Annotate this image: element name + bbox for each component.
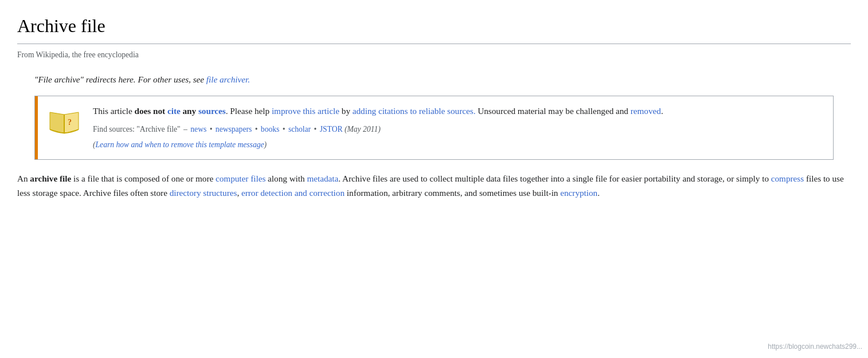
notice-bold-does-not: does not [135, 106, 167, 116]
learn-paren-close: ) [264, 140, 267, 149]
notice-content: This article does not cite any sources. … [91, 96, 833, 159]
archive-file-bold: archive file [30, 174, 71, 183]
article-information: information, arbitrary comments, and som… [345, 188, 560, 198]
notice-please-help: . Please help [226, 106, 272, 116]
article-along-with: along with [265, 174, 307, 183]
article-used-to: . Archive files are used to collect mult… [338, 174, 771, 183]
notice-main-paragraph: This article does not cite any sources. … [93, 104, 824, 118]
svg-text:?: ? [68, 118, 72, 127]
removed-link[interactable]: removed [631, 106, 661, 116]
from-wikipedia-label: From Wikipedia, the free encyclopedia [17, 49, 851, 61]
sources-link[interactable]: sources [198, 106, 226, 116]
computer-files-link[interactable]: computer files [216, 174, 265, 183]
dash-separator: – [183, 125, 189, 133]
notice-unsourced: Unsourced material may be challenged and [475, 106, 630, 116]
learn-how-paragraph: (Learn how and when to remove this templ… [93, 139, 824, 151]
date-text: (May 2011) [345, 125, 381, 133]
archive-file-quoted: "Archive file" [136, 125, 180, 133]
article-paragraph: An archive file is a file that is compos… [17, 171, 851, 200]
notice-text-start: This article [93, 106, 135, 116]
article-period: . [597, 188, 600, 198]
notice-bold-any: any [181, 106, 198, 116]
book-question-icon: ? [47, 108, 81, 139]
redirect-notice: "File archive" redirects here. For other… [34, 73, 851, 86]
encryption-link[interactable]: encryption [560, 188, 597, 198]
dot2: • [255, 125, 260, 133]
dot4: • [314, 125, 319, 133]
page-title: Archive file [17, 11, 851, 44]
metadata-link[interactable]: metadata [307, 174, 338, 183]
notice-period: . [661, 106, 663, 116]
article-an: An [17, 174, 30, 183]
books-link[interactable]: books [261, 125, 279, 133]
directory-structures-link[interactable]: directory structures [170, 188, 237, 198]
file-archiver-link[interactable]: file archiver. [206, 74, 250, 84]
article-body: An archive file is a file that is compos… [17, 171, 851, 200]
article-comma: , [237, 188, 241, 198]
citation-notice-box: ? This article does not cite any sources… [34, 96, 834, 160]
scholar-link[interactable]: scholar [288, 125, 311, 133]
error-detection-link[interactable]: error detection and correction [241, 188, 345, 198]
adding-citations-link[interactable]: adding citations to reliable sources. [353, 106, 476, 116]
notice-book-icon-container: ? [38, 96, 91, 155]
improve-article-link[interactable]: improve this article [272, 106, 339, 116]
compress-link[interactable]: compress [771, 174, 804, 183]
notice-by-adding: by [339, 106, 353, 116]
article-is-a-file: is a file that is composed of one or mor… [71, 174, 216, 183]
newspapers-link[interactable]: newspapers [216, 125, 252, 133]
jstor-link[interactable]: JSTOR [320, 125, 343, 133]
news-link[interactable]: news [190, 125, 206, 133]
dot3: • [283, 125, 287, 133]
find-sources-paragraph: Find sources: "Archive file" – news • ne… [93, 123, 824, 136]
find-sources-label: Find sources: [93, 125, 135, 133]
cite-link[interactable]: cite [167, 106, 181, 116]
learn-how-link[interactable]: Learn how and when to remove this templa… [96, 140, 264, 149]
redirect-notice-text: "File archive" redirects here. For other… [34, 74, 206, 84]
dot1: • [210, 125, 214, 133]
